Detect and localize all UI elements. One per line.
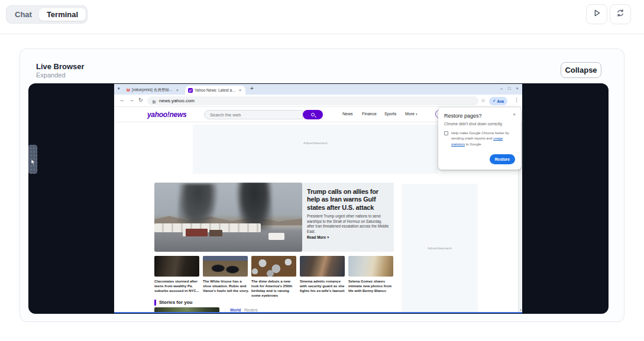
lead-summary: President Trump urged other nations to s… [307, 214, 389, 234]
minimize-icon[interactable]: – [500, 86, 503, 91]
refresh-icon [616, 8, 625, 20]
read-more-link[interactable]: Read More » [307, 235, 389, 239]
ad-label: Advertisement [193, 141, 438, 145]
search-icon [311, 113, 315, 116]
lead-headline[interactable]: Trump calls on allies for help as Iran w… [307, 188, 389, 212]
tab-close-icon[interactable]: × [239, 88, 241, 92]
story-thumbnail[interactable] [348, 256, 393, 277]
tab-search-chevron-icon[interactable]: ▾ [118, 86, 120, 91]
chrome-window: ▾ M [valuepress] 会員登録完了… × y! Yahoo News… [114, 84, 522, 313]
play-icon [592, 8, 601, 20]
stories-for-you-header: Stories for you [159, 300, 192, 305]
play-button[interactable] [586, 4, 607, 24]
nav-news[interactable]: News [342, 112, 353, 116]
search-input[interactable] [204, 110, 303, 119]
ad-label: Advertisement [428, 246, 452, 250]
forward-icon[interactable]: → [129, 97, 134, 103]
gmail-favicon-icon: M [127, 88, 130, 92]
browser-tab-gmail[interactable]: M [valuepress] 会員登録完了… × [124, 86, 184, 95]
hero-van [268, 233, 285, 240]
tab-close-icon[interactable]: × [176, 88, 179, 92]
chevron-down-icon: ▾ [416, 112, 418, 116]
crash-report-checkbox[interactable] [444, 131, 448, 135]
browser-viewport: ▾ M [valuepress] 会員登録完了… × y! Yahoo News… [28, 83, 609, 314]
story-caption[interactable]: Classmates stunned after teens from weal… [154, 279, 200, 293]
site-settings-icon[interactable] [152, 96, 156, 106]
section-accent-bar [154, 300, 156, 306]
close-icon[interactable]: × [516, 86, 519, 91]
hero-truck [209, 230, 223, 237]
browser-menu-icon[interactable]: ⋮ [514, 97, 519, 103]
yahoo-favicon-icon: y! [188, 88, 193, 93]
dialog-close-icon[interactable]: × [513, 112, 516, 117]
story-caption[interactable]: Selena Gomez shares intimate new photos … [348, 279, 394, 293]
hero-smoke-plume [178, 184, 218, 225]
panel-subtitle: Expanded [36, 72, 66, 79]
story-source: Reuters [244, 308, 258, 312]
story-image-partial[interactable] [154, 307, 219, 312]
scroll-down-icon[interactable]: ▾ [519, 308, 522, 311]
cursor-icon [31, 157, 35, 167]
story-thumbnail[interactable] [251, 256, 296, 277]
story-caption[interactable]: The White House has a shoe situation. Ru… [203, 279, 249, 293]
hero-smoke-plume [236, 183, 273, 230]
hero-storage-tanks [154, 223, 261, 232]
story-thumbnail[interactable] [154, 256, 199, 277]
nav-more[interactable]: More ▾ [405, 112, 417, 116]
new-tab-button[interactable]: + [250, 85, 254, 92]
maximize-icon[interactable]: □ [508, 86, 511, 91]
story-meta: World · Reuters [230, 308, 258, 312]
mode-tab-group: Chat Terminal [6, 5, 88, 24]
nav-sports[interactable]: Sports [384, 112, 396, 116]
tab-chat[interactable]: Chat [8, 8, 39, 21]
hero-image[interactable] [154, 183, 302, 252]
drag-handle[interactable] [28, 145, 37, 174]
story-thumbnail[interactable] [300, 256, 345, 277]
topbar-divider [0, 34, 644, 34]
profile-chip-label: Ava [497, 99, 504, 103]
checkbox-label: Help make Google Chrome better by sendin… [451, 131, 512, 147]
tab-title: Yahoo News: Latest and B… [195, 88, 237, 92]
story-category-link[interactable]: World [230, 308, 241, 312]
meta-separator: · [242, 308, 243, 312]
url-field[interactable]: news.yahoo.com [147, 96, 478, 105]
url-text: news.yahoo.com [159, 98, 195, 103]
tab-title: [valuepress] 会員登録完了… [132, 87, 174, 93]
tab-terminal[interactable]: Terminal [39, 8, 86, 21]
window-controls: – □ × [500, 86, 519, 91]
story-caption[interactable]: Sinema admits romance with security guar… [300, 279, 346, 293]
browser-tab-yahoo-news[interactable]: y! Yahoo News: Latest and B… × [185, 86, 245, 95]
dialog-title: Restore pages? [444, 113, 515, 119]
yahoo-news-logo[interactable]: yahoo!news [147, 111, 186, 119]
dialog-message: Chrome didn't shut down correctly. [444, 122, 515, 126]
nav-finance[interactable]: Finance [362, 112, 377, 116]
lead-story[interactable]: Trump calls on allies for help as Iran w… [302, 183, 394, 252]
story-caption[interactable]: The dime debuts a new look for America's… [251, 279, 297, 298]
live-browser-panel: Live Browser Expanded Collapse ▾ M [valu… [20, 48, 624, 322]
restore-button[interactable]: Restore [490, 154, 515, 164]
bookmark-star-icon[interactable]: ☆ [481, 98, 486, 103]
back-icon[interactable]: ← [119, 97, 125, 103]
refresh-button[interactable] [610, 4, 631, 24]
story-thumbnail[interactable] [203, 256, 248, 277]
top-ad-placeholder: Advertisement [193, 125, 438, 174]
address-bar: ← → ↻ news.yahoo.com ☆ ✓ Ava ⋮ [114, 95, 522, 107]
profile-chip[interactable]: ✓ Ava [489, 97, 507, 105]
collapse-button[interactable]: Collapse [561, 62, 601, 78]
panel-title: Live Browser [36, 62, 85, 71]
hero-truck [183, 229, 208, 236]
check-icon: ✓ [493, 99, 496, 103]
browser-tab-strip: ▾ M [valuepress] 会員登録完了… × y! Yahoo News… [114, 84, 522, 95]
window-bottom-edge [114, 312, 522, 313]
reload-icon[interactable]: ↻ [138, 97, 143, 103]
search-button[interactable] [303, 110, 323, 119]
restore-pages-dialog: Restore pages? × Chrome didn't shut down… [438, 108, 521, 170]
right-ad-placeholder: Advertisement [402, 184, 478, 312]
